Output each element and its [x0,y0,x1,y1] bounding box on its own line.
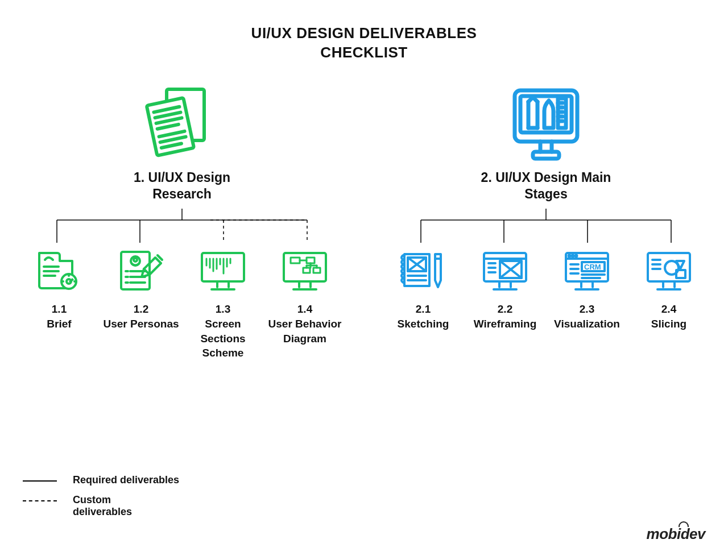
research-connectors [17,209,347,248]
main-stages-connectors [381,209,711,248]
persona-icon [115,248,167,294]
wireframe-icon [479,248,531,294]
item-personas: 1.2 User Personas [101,248,181,360]
design-tools-icon [506,85,586,165]
item-visualization-label: 2.3 Visualization [554,302,620,331]
item-behavior-diagram: 1.4 User Behavior Diagram [265,248,345,360]
item-personas-label: 1.2 User Personas [103,302,179,331]
legend-required: Required deliverables [23,474,179,486]
visualization-icon: CRM [561,248,613,294]
item-wireframing-label: 2.2 Wireframing [474,302,537,331]
behavior-icon [279,248,330,294]
item-sketching-label: 2.1 Sketching [398,302,449,331]
category-main-stages: 2. UI/UX Design Main Stages [381,85,711,360]
item-visualization: CRM 2.3 Visualization [547,248,627,331]
diagram-title: UI/UX DESIGN DELIVERABLES CHECKLIST [0,0,728,63]
brief-icon [34,248,85,294]
svg-point-26 [134,258,137,262]
slicing-icon [643,248,694,294]
svg-point-105 [576,255,577,257]
svg-point-103 [569,255,570,257]
category-research: 1. UI/UX Design Research [17,85,347,360]
item-slicing-label: 2.4 Slicing [651,302,686,331]
legend: Required deliverables Custom deliverable… [23,474,179,526]
svg-point-104 [572,255,574,257]
documents-icon [142,85,222,165]
item-slicing: 2.4 Slicing [629,248,709,331]
item-sections-label: 1.3 Screen Sections Scheme [183,302,263,360]
diagram-body: 1. UI/UX Design Research [0,63,728,360]
dashed-line-icon [23,500,57,501]
brand-logo: mobidev [647,525,705,543]
legend-custom: Custom deliverables [23,494,179,518]
main-stages-items: 2.1 Sketching [381,248,711,331]
item-brief-label: 1.1 Brief [47,302,71,331]
sections-icon [197,248,249,294]
svg-text:CRM: CRM [584,263,601,271]
item-sections-scheme: 1.3 Screen Sections Scheme [183,248,263,360]
category-research-title: 1. UI/UX Design Research [119,169,245,204]
svg-rect-50 [291,258,300,263]
item-behavior-label: 1.4 User Behavior Diagram [265,302,345,346]
item-wireframing: 2.2 Wireframing [465,248,545,331]
legend-custom-label: Custom deliverables [73,494,152,518]
item-sketching: 2.1 Sketching [383,248,463,331]
title-line-2: CHECKLIST [0,43,728,63]
solid-line-icon [23,480,57,482]
category-main-stages-title: 2. UI/UX Design Main Stages [472,169,620,204]
sketch-icon [398,248,449,294]
item-brief: 1.1 Brief [19,248,99,360]
svg-rect-64 [533,152,559,159]
legend-required-label: Required deliverables [73,474,179,486]
title-line-1: UI/UX DESIGN DELIVERABLES [0,24,728,43]
research-items: 1.1 Brief [17,248,347,360]
